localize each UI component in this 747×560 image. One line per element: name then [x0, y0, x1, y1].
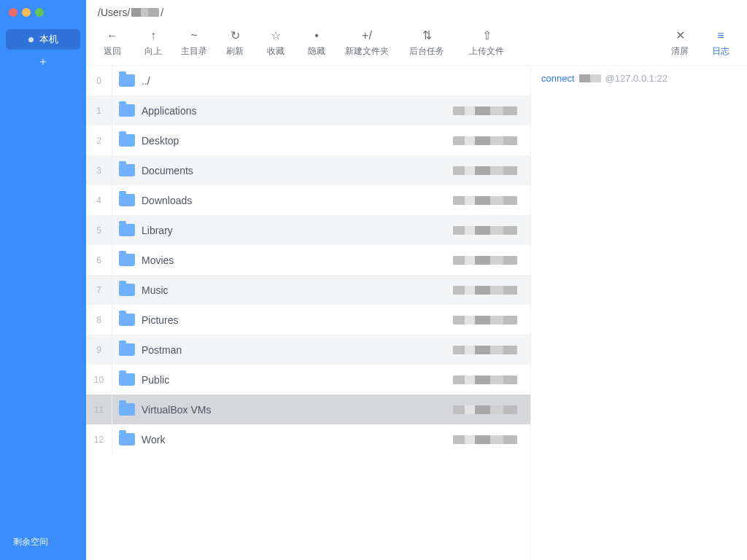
log-tail: @127.0.0.1:22: [605, 73, 667, 84]
sidebar-spacer: [0, 74, 86, 536]
new-folder-icon: +/: [362, 29, 372, 42]
folder-icon: [112, 224, 142, 236]
log-connect-label: connect: [541, 73, 575, 84]
file-name: Movies: [142, 254, 450, 266]
log-panel: connect @127.0.0.1:22: [531, 66, 747, 560]
file-row-index: 3: [86, 155, 112, 185]
file-name: ../: [142, 75, 450, 87]
folder-icon: [112, 433, 142, 446]
transfer-icon: ⇅: [422, 29, 432, 42]
file-row-index: 12: [86, 424, 112, 454]
file-row[interactable]: 7Music: [86, 275, 530, 305]
window: 本机 + 剩余空间 /Users/ / ← 返回 ↑ 向上 ~ 主目录: [0, 0, 747, 560]
path-suffix: /: [160, 7, 163, 18]
home-label: 主目录: [181, 45, 207, 58]
file-name: Applications: [142, 105, 450, 117]
file-row[interactable]: 8Pictures: [86, 305, 530, 335]
new-folder-label: 新建文件夹: [345, 45, 389, 58]
folder-icon: [112, 373, 142, 386]
file-row[interactable]: 0../: [86, 66, 530, 96]
clear-button[interactable]: ✕ 清屏: [661, 29, 699, 58]
sidebar: 本机 + 剩余空间: [0, 0, 86, 560]
file-row-index: 4: [86, 185, 112, 215]
up-button[interactable]: ↑ 向上: [134, 29, 172, 58]
file-meta: [450, 136, 530, 145]
new-folder-button[interactable]: +/ 新建文件夹: [338, 29, 395, 58]
refresh-icon: ↻: [231, 29, 240, 42]
file-name: VirtualBox VMs: [142, 404, 450, 416]
file-row[interactable]: 4Downloads: [86, 185, 530, 215]
background-tasks-button[interactable]: ⇅ 后台任务: [398, 29, 455, 58]
path-bar[interactable]: /Users/ /: [86, 0, 747, 25]
file-name: Work: [142, 434, 450, 446]
file-meta: [450, 405, 530, 414]
zoom-window-button[interactable]: [35, 8, 44, 17]
arrow-left-icon: ←: [107, 29, 118, 42]
folder-icon: [112, 314, 142, 326]
file-meta: [450, 376, 530, 384]
hidden-label: 隐藏: [308, 45, 325, 58]
file-name: Downloads: [142, 195, 450, 206]
file-row-index: 1: [86, 96, 112, 125]
file-list[interactable]: 0../1Applications2Desktop3Documents4Down…: [86, 66, 531, 560]
upload-icon: ⇧: [482, 29, 492, 42]
file-meta: [450, 196, 530, 205]
file-row-index: 10: [86, 365, 112, 394]
folder-icon: [112, 74, 142, 87]
toolbar: ← 返回 ↑ 向上 ~ 主目录 ↻ 刷新 ☆ 收藏 • 隐藏: [86, 25, 747, 66]
file-row[interactable]: 11VirtualBox VMs: [86, 394, 530, 424]
file-row[interactable]: 10Public: [86, 365, 530, 394]
main: /Users/ / ← 返回 ↑ 向上 ~ 主目录 ↻ 刷新 ☆: [86, 0, 747, 560]
file-row[interactable]: 1Applications: [86, 96, 530, 125]
file-meta: [450, 286, 530, 295]
free-space-label: 剩余空间: [0, 536, 86, 560]
folder-icon: [112, 134, 142, 147]
file-row-index: 5: [86, 215, 112, 245]
path-redacted: [131, 8, 159, 17]
file-meta: [450, 435, 530, 444]
refresh-label: 刷新: [226, 45, 244, 58]
file-row-index: 6: [86, 245, 112, 275]
content: 0../1Applications2Desktop3Documents4Down…: [86, 66, 747, 560]
file-row[interactable]: 3Documents: [86, 155, 530, 185]
host-tab-local[interactable]: 本机: [6, 29, 80, 50]
hidden-button[interactable]: • 隐藏: [298, 29, 336, 58]
file-row-index: 0: [86, 66, 112, 96]
path-prefix: /Users/: [98, 7, 130, 18]
folder-icon: [112, 104, 142, 117]
file-row[interactable]: 12Work: [86, 424, 530, 454]
log-button[interactable]: ≡ 日志: [702, 29, 740, 58]
upload-button[interactable]: ⇧ 上传文件: [458, 29, 515, 58]
back-label: 返回: [104, 45, 121, 58]
up-label: 向上: [144, 45, 162, 58]
star-icon: ☆: [271, 29, 281, 42]
file-row[interactable]: 6Movies: [86, 245, 530, 275]
file-meta: [450, 166, 530, 175]
file-row[interactable]: 9Postman: [86, 335, 530, 365]
minimize-window-button[interactable]: [22, 8, 31, 17]
file-meta: [450, 226, 530, 235]
arrow-up-icon: ↑: [150, 29, 156, 42]
add-host-button[interactable]: +: [0, 50, 86, 74]
file-name: Postman: [142, 344, 450, 356]
file-row-index: 2: [86, 125, 112, 155]
log-label: 日志: [712, 45, 729, 58]
folder-icon: [112, 254, 142, 266]
file-row[interactable]: 2Desktop: [86, 125, 530, 155]
file-name: Music: [142, 284, 450, 296]
folder-icon: [112, 284, 142, 296]
file-name: Library: [142, 225, 450, 236]
file-meta: [450, 316, 530, 324]
file-row[interactable]: 5Library: [86, 215, 530, 245]
refresh-button[interactable]: ↻ 刷新: [216, 29, 254, 58]
close-window-button[interactable]: [9, 8, 18, 17]
file-meta: [450, 106, 530, 115]
folder-icon: [112, 164, 142, 176]
dot-icon: •: [314, 29, 319, 42]
home-button[interactable]: ~ 主目录: [175, 29, 213, 58]
log-line: connect @127.0.0.1:22: [541, 73, 737, 84]
favorite-button[interactable]: ☆ 收藏: [257, 29, 295, 58]
tilde-icon: ~: [190, 29, 197, 42]
back-button[interactable]: ← 返回: [93, 29, 131, 58]
folder-icon: [112, 403, 142, 416]
